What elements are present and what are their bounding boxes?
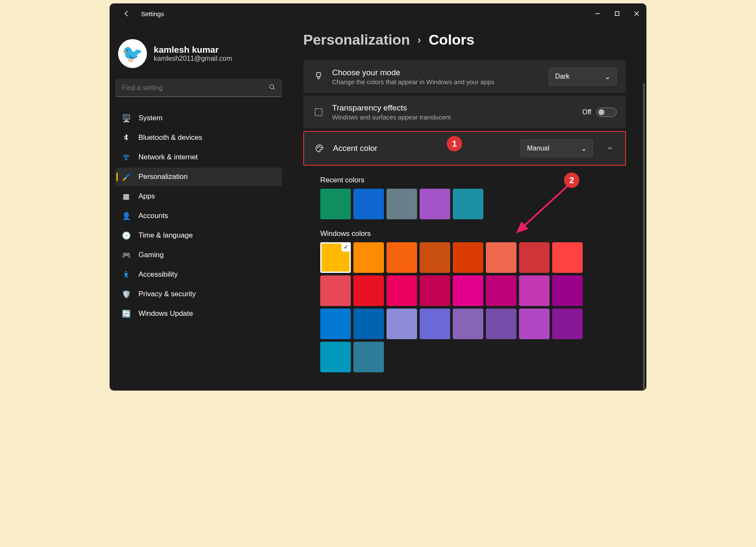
svg-point-4 (270, 85, 274, 88)
windows-color-swatch[interactable] (420, 275, 450, 306)
windows-color-swatch[interactable] (552, 242, 583, 273)
windows-color-swatch[interactable] (486, 242, 516, 273)
windows-color-swatch[interactable] (320, 275, 351, 306)
nav-icon (121, 133, 131, 142)
nav-icon (121, 153, 131, 162)
transparency-state: Off (582, 108, 591, 116)
windows-color-swatch[interactable] (453, 275, 483, 306)
windows-color-swatch[interactable] (519, 309, 550, 339)
nav-label: Personalization (138, 173, 188, 181)
windows-color-swatch[interactable] (552, 275, 583, 306)
sidebar-item-accessibility[interactable]: Accessibility (116, 265, 282, 284)
recent-colors-grid (320, 189, 592, 219)
windows-color-swatch[interactable] (386, 275, 417, 306)
windows-color-swatch[interactable] (519, 242, 550, 273)
settings-window: Settings 🐦 kamlesh kumar kamlesh2011@gma… (110, 3, 646, 391)
sidebar-item-privacy-security[interactable]: 🛡️Privacy & security (116, 285, 282, 303)
nav-icon: 👤 (121, 211, 131, 221)
profile-name: kamlesh kumar (154, 45, 232, 55)
windows-color-swatch[interactable] (320, 342, 351, 372)
windows-color-swatch[interactable] (353, 342, 384, 372)
chevron-down-icon: ⌄ (581, 145, 587, 153)
nav-label: Bluetooth & devices (138, 133, 202, 142)
windows-color-swatch[interactable] (420, 242, 450, 273)
windows-color-swatch[interactable] (320, 309, 351, 339)
windows-color-swatch[interactable] (486, 309, 516, 339)
svg-point-10 (317, 147, 318, 148)
back-button[interactable] (118, 5, 135, 22)
recent-color-swatch[interactable] (420, 189, 450, 219)
transparency-icon (313, 108, 324, 117)
nav-icon: 🛡️ (121, 289, 131, 299)
nav-label: Network & internet (138, 153, 198, 162)
search-input[interactable] (122, 84, 269, 92)
svg-rect-9 (315, 108, 322, 116)
sidebar-item-network-internet[interactable]: Network & internet (116, 148, 282, 167)
sidebar-item-personalization[interactable]: 🖌️Personalization (116, 167, 282, 186)
nav-label: Accessibility (138, 270, 178, 279)
chevron-right-icon: › (417, 34, 421, 46)
svg-point-7 (125, 271, 127, 272)
windows-color-swatch[interactable] (420, 309, 450, 339)
transparency-card: Transparency effects Windows and surface… (303, 96, 626, 128)
breadcrumb-parent[interactable]: Personalization (303, 31, 410, 48)
windows-color-swatch[interactable] (386, 309, 417, 339)
palette-icon (313, 144, 325, 153)
windows-color-swatch[interactable] (519, 275, 550, 306)
svg-line-5 (273, 88, 274, 89)
windows-color-swatch[interactable] (453, 309, 483, 339)
sidebar-item-time-language[interactable]: 🕒Time & language (116, 226, 282, 245)
sidebar-item-system[interactable]: 🖥️System (116, 109, 282, 128)
nav-label: Windows Update (138, 309, 193, 318)
brush-icon (313, 72, 324, 81)
close-button[interactable] (627, 7, 646, 20)
nav-label: Time & language (138, 231, 193, 240)
recent-color-swatch[interactable] (320, 189, 351, 219)
sidebar-item-bluetooth-devices[interactable]: Bluetooth & devices (116, 128, 282, 147)
windows-color-swatch[interactable] (552, 309, 583, 339)
windows-color-swatch[interactable] (486, 275, 516, 306)
recent-color-swatch[interactable] (353, 189, 384, 219)
sidebar-item-gaming[interactable]: 🎮Gaming (116, 246, 282, 264)
accent-value: Manual (527, 145, 549, 152)
windows-color-swatch[interactable] (353, 309, 384, 339)
nav-icon: 🕒 (121, 231, 131, 240)
maximize-button[interactable] (607, 7, 627, 20)
windows-color-swatch[interactable] (453, 242, 483, 273)
callout-1: 1 (447, 136, 462, 151)
accent-collapse-button[interactable] (604, 142, 616, 154)
search-box[interactable] (116, 79, 282, 97)
sidebar-item-accounts[interactable]: 👤Accounts (116, 207, 282, 225)
profile-email: kamlesh2011@gmail.com (154, 55, 232, 62)
mode-dropdown[interactable]: Dark ⌄ (549, 68, 617, 85)
recent-colors-label: Recent colors (320, 176, 643, 184)
nav-label: Accounts (138, 212, 168, 220)
profile-block[interactable]: 🐦 kamlesh kumar kamlesh2011@gmail.com (118, 39, 279, 68)
breadcrumb-current: Colors (429, 31, 474, 48)
mode-title: Choose your mode (332, 68, 541, 77)
recent-color-swatch[interactable] (386, 189, 417, 219)
nav-label: Apps (138, 192, 155, 201)
windows-color-swatch[interactable] (353, 275, 384, 306)
windows-colors-label: Windows colors (320, 230, 643, 238)
nav-icon (121, 270, 131, 279)
chevron-down-icon: ⌄ (605, 73, 610, 81)
windows-color-swatch[interactable] (386, 242, 417, 273)
sidebar-item-apps[interactable]: ▦Apps (116, 187, 282, 206)
nav-list: 🖥️SystemBluetooth & devicesNetwork & int… (116, 109, 282, 323)
transparency-subtitle: Windows and surfaces appear translucent (332, 113, 575, 121)
windows-color-swatch[interactable] (320, 242, 351, 273)
recent-color-swatch[interactable] (453, 189, 483, 219)
sidebar-item-windows-update[interactable]: 🔄Windows Update (116, 304, 282, 323)
scrollbar[interactable] (643, 83, 645, 389)
minimize-button[interactable] (588, 7, 607, 20)
windows-color-swatch[interactable] (353, 242, 384, 273)
transparency-toggle[interactable] (596, 108, 617, 117)
svg-point-12 (321, 147, 322, 148)
main-content: Personalization › Colors Choose your mod… (288, 24, 646, 391)
accent-dropdown[interactable]: Manual ⌄ (521, 139, 593, 157)
svg-rect-8 (316, 73, 320, 77)
nav-label: Privacy & security (138, 290, 196, 298)
svg-point-6 (126, 159, 127, 160)
search-icon (269, 84, 276, 92)
